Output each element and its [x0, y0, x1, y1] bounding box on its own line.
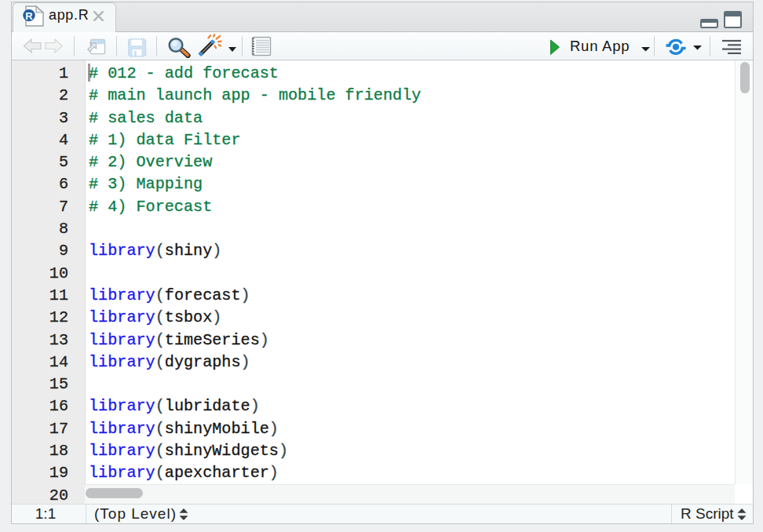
- svg-text:R: R: [25, 10, 33, 22]
